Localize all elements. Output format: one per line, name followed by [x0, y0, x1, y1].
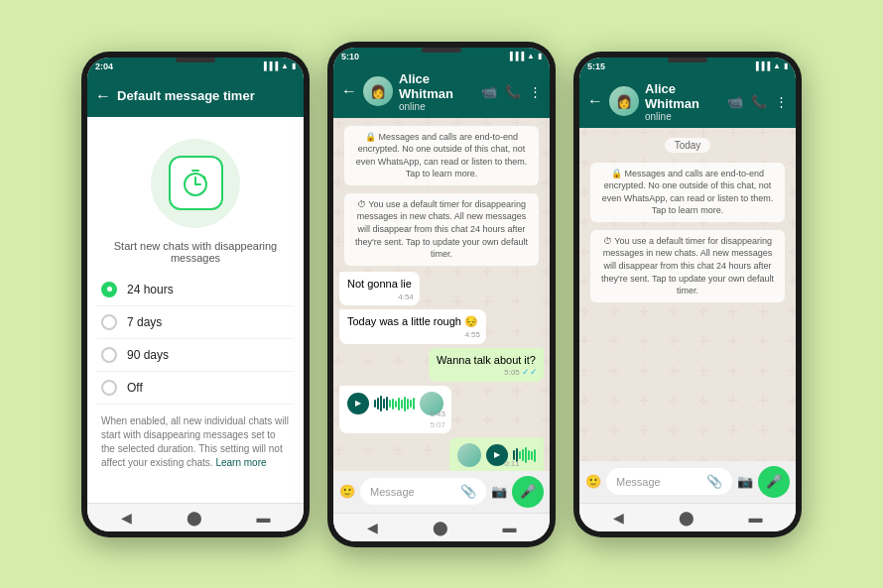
- nav-back-icon-2[interactable]: ◀: [367, 520, 378, 535]
- attach-icon-3[interactable]: 📎: [706, 474, 722, 489]
- audio-avatar-sent: [457, 443, 481, 467]
- voice-call-icon[interactable]: 📞: [505, 84, 521, 99]
- msg-wanna-talk: Wanna talk about it? 5:05 ✓✓: [429, 348, 544, 382]
- wave-bar: [395, 401, 397, 408]
- back-button-1[interactable]: ←: [95, 87, 111, 105]
- radio-item-90d[interactable]: 90 days: [97, 339, 294, 372]
- wave-bar: [407, 399, 409, 410]
- radio-off[interactable]: [101, 380, 117, 396]
- message-input-3[interactable]: Message 📎: [606, 468, 732, 495]
- wave-bar: [413, 398, 415, 410]
- wave-bar: [392, 399, 394, 410]
- video-call-icon[interactable]: 📹: [481, 84, 497, 99]
- status-time-3: 5:15: [587, 61, 605, 71]
- header-actions-3: 📹 📞 ⋮: [727, 94, 788, 109]
- nav-recents-icon[interactable]: ▬: [257, 510, 271, 526]
- msg-time-1: 4:54: [398, 292, 414, 302]
- phone-3-notch: [668, 58, 707, 62]
- contact-name-3[interactable]: Alice Whitman: [645, 81, 721, 111]
- more-options-icon-3[interactable]: ⋮: [775, 94, 788, 109]
- wave-bar: [404, 397, 406, 412]
- encryption-notice-2: 🔒 Messages and calls are end-to-end encr…: [344, 126, 539, 185]
- settings-body: Start new chats with disappearing messag…: [87, 117, 304, 503]
- radio-7d[interactable]: [101, 314, 117, 330]
- more-options-icon[interactable]: ⋮: [529, 84, 542, 99]
- audio-time-received: 0:435:07: [430, 409, 445, 430]
- wave-bar: [377, 398, 379, 410]
- settings-header: ← Default message timer: [87, 75, 304, 117]
- audio-msg-received: ▶: [339, 386, 451, 433]
- msg-text-2: Today was a little rough 😔: [347, 315, 478, 327]
- play-button-received[interactable]: ▶: [347, 393, 369, 414]
- radio-item-24h[interactable]: 24 hours: [97, 274, 294, 306]
- nav-recents-icon-2[interactable]: ▬: [503, 520, 517, 535]
- signal-icon-3: ▐▐▐: [753, 61, 770, 70]
- settings-label: Start new chats with disappearing messag…: [97, 240, 294, 264]
- nav-home-icon-2[interactable]: ⬤: [433, 520, 448, 535]
- chat-body-3: Today 🔒 Messages and calls are end-to-en…: [579, 128, 796, 461]
- status-time-2: 5:10: [341, 52, 359, 61]
- timer-inner: [169, 156, 223, 210]
- phone-2: 5:10 ▐▐▐ ▲ ▮ ← 👩 Alice Whitman online: [327, 42, 556, 547]
- disappear-notice-2: ⏱ You use a default timer for disappeari…: [344, 193, 539, 266]
- battery-icon-3: ▮: [784, 61, 788, 70]
- radio-label-7d: 7 days: [127, 315, 162, 329]
- contact-name-2[interactable]: Alice Whitman: [399, 71, 475, 101]
- emoji-icon-3[interactable]: 🙂: [585, 474, 601, 489]
- radio-item-off[interactable]: Off: [97, 372, 294, 405]
- back-button-2[interactable]: ←: [341, 82, 357, 100]
- header-actions-2: 📹 📞 ⋮: [481, 84, 542, 99]
- radio-item-7d[interactable]: 7 days: [97, 306, 294, 339]
- timer-illustration: [151, 139, 240, 228]
- nav-recents-icon-3[interactable]: ▬: [749, 510, 763, 526]
- wave-bar: [386, 397, 388, 411]
- wifi-icon: ▲: [281, 61, 289, 70]
- input-placeholder-3: Message: [616, 476, 661, 488]
- radio-24h[interactable]: [101, 282, 117, 297]
- message-input-2[interactable]: Message 📎: [360, 478, 486, 505]
- avatar-2[interactable]: 👩: [363, 76, 393, 106]
- nav-bar-3: ◀ ⬤ ▬: [579, 503, 796, 531]
- msg-text-1: Not gonna lie: [347, 278, 412, 290]
- wave-bar: [389, 400, 391, 408]
- chat-input-bar-2: 🙂 Message 📎 📷 🎤: [333, 471, 550, 513]
- nav-back-icon[interactable]: ◀: [121, 510, 132, 526]
- mic-button-3[interactable]: 🎤: [758, 466, 790, 498]
- avatar-3[interactable]: 👩: [609, 86, 639, 116]
- learn-more-link[interactable]: Learn more: [215, 457, 266, 468]
- nav-back-icon-3[interactable]: ◀: [613, 510, 624, 526]
- phone-1: 2:04 ▐▐▐ ▲ ▮ ← Default message timer: [81, 52, 310, 537]
- input-placeholder-2: Message: [370, 486, 415, 498]
- msg-time-2: 4:55: [464, 329, 480, 340]
- battery-icon-2: ▮: [538, 52, 542, 60]
- camera-icon-2[interactable]: 📷: [491, 484, 507, 499]
- nav-home-icon[interactable]: ⬤: [187, 510, 202, 526]
- radio-group: 24 hours 7 days 90 days Off: [97, 274, 294, 405]
- radio-label-24h: 24 hours: [127, 283, 174, 296]
- phone-2-screen: 5:10 ▐▐▐ ▲ ▮ ← 👩 Alice Whitman online: [333, 48, 550, 541]
- mic-button-2[interactable]: 🎤: [512, 476, 544, 508]
- phone-1-screen: 2:04 ▐▐▐ ▲ ▮ ← Default message timer: [87, 58, 304, 531]
- attach-icon-2[interactable]: 📎: [460, 484, 476, 499]
- nav-home-icon-3[interactable]: ⬤: [679, 510, 694, 526]
- chat-header-2: ← 👩 Alice Whitman online 📹 📞 ⋮: [333, 65, 550, 118]
- disappear-notice-3: ⏱ You use a default timer for disappeari…: [590, 230, 785, 302]
- wave-bar: [383, 399, 385, 409]
- avatar-img-2: 👩: [363, 76, 393, 106]
- back-button-3[interactable]: ←: [587, 92, 603, 110]
- wifi-icon-2: ▲: [527, 52, 535, 60]
- contact-status-3: online: [645, 111, 721, 122]
- nav-bar-2: ◀ ⬤ ▬: [333, 513, 550, 541]
- msg-not-gonna-lie: Not gonna lie 4:54: [339, 272, 420, 305]
- voice-call-icon-3[interactable]: 📞: [751, 94, 767, 109]
- msg-text-3: Wanna talk about it?: [437, 354, 536, 366]
- msg-rough: Today was a little rough 😔 4:55: [339, 309, 486, 343]
- status-icons-2: ▐▐▐ ▲ ▮: [507, 52, 542, 60]
- radio-90d[interactable]: [101, 347, 117, 363]
- video-call-icon-3[interactable]: 📹: [727, 94, 743, 109]
- signal-icon-2: ▐▐▐: [507, 52, 524, 60]
- audio-wave-received: [374, 395, 415, 412]
- camera-icon-3[interactable]: 📷: [737, 474, 753, 489]
- status-icons-3: ▐▐▐ ▲ ▮: [753, 61, 788, 70]
- emoji-icon-2[interactable]: 🙂: [339, 484, 355, 499]
